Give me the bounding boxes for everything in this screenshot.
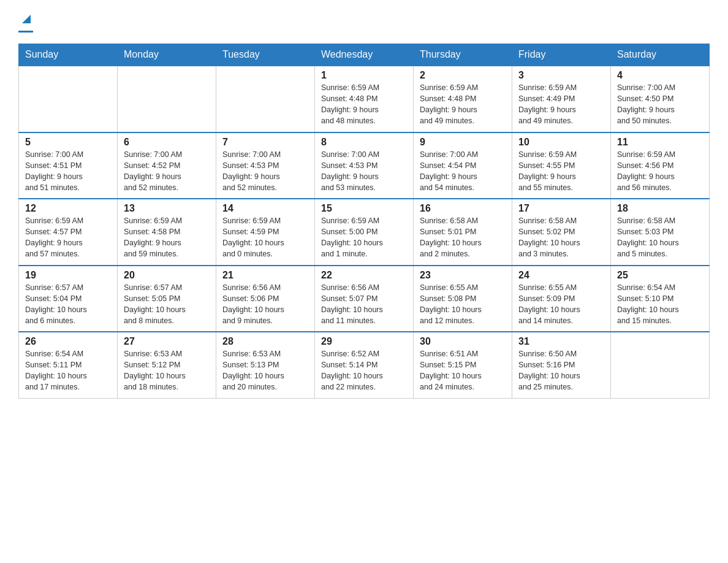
calendar-cell: 4Sunrise: 7:00 AMSunset: 4:50 PMDaylight… <box>611 66 710 132</box>
calendar-cell: 26Sunrise: 6:54 AMSunset: 5:11 PMDayligh… <box>19 332 118 398</box>
day-number: 30 <box>420 336 506 347</box>
day-number: 28 <box>222 336 308 347</box>
day-number: 3 <box>518 70 604 81</box>
calendar-cell: 21Sunrise: 6:56 AMSunset: 5:06 PMDayligh… <box>216 266 315 332</box>
week-row-5: 26Sunrise: 6:54 AMSunset: 5:11 PMDayligh… <box>19 332 710 398</box>
calendar-cell <box>216 66 315 132</box>
day-info: Sunrise: 6:56 AMSunset: 5:07 PMDaylight:… <box>321 282 407 327</box>
calendar-cell: 22Sunrise: 6:56 AMSunset: 5:07 PMDayligh… <box>315 266 414 332</box>
day-number: 25 <box>617 270 703 281</box>
day-info: Sunrise: 6:56 AMSunset: 5:06 PMDaylight:… <box>222 282 308 327</box>
calendar-cell: 31Sunrise: 6:50 AMSunset: 5:16 PMDayligh… <box>512 332 611 398</box>
day-info: Sunrise: 6:59 AMSunset: 5:00 PMDaylight:… <box>321 215 407 260</box>
day-number: 18 <box>617 203 703 214</box>
logo <box>18 12 33 33</box>
calendar-cell: 9Sunrise: 7:00 AMSunset: 4:54 PMDaylight… <box>414 132 512 199</box>
day-info: Sunrise: 7:00 AMSunset: 4:52 PMDaylight:… <box>124 149 210 194</box>
day-info: Sunrise: 6:52 AMSunset: 5:14 PMDaylight:… <box>321 348 407 393</box>
day-number: 12 <box>25 203 111 214</box>
day-number: 6 <box>124 137 210 148</box>
day-info: Sunrise: 6:58 AMSunset: 5:02 PMDaylight:… <box>518 215 604 260</box>
column-header-friday: Friday <box>512 44 611 66</box>
day-number: 16 <box>420 203 506 214</box>
logo-arrow-icon <box>20 12 33 28</box>
day-info: Sunrise: 7:00 AMSunset: 4:53 PMDaylight:… <box>222 149 308 194</box>
day-info: Sunrise: 7:00 AMSunset: 4:51 PMDaylight:… <box>25 149 111 194</box>
calendar-cell: 2Sunrise: 6:59 AMSunset: 4:48 PMDaylight… <box>414 66 512 132</box>
column-header-tuesday: Tuesday <box>216 44 315 66</box>
day-info: Sunrise: 6:59 AMSunset: 4:56 PMDaylight:… <box>617 149 703 194</box>
day-number: 9 <box>420 137 506 148</box>
calendar-cell: 3Sunrise: 6:59 AMSunset: 4:49 PMDaylight… <box>512 66 611 132</box>
calendar-cell: 11Sunrise: 6:59 AMSunset: 4:56 PMDayligh… <box>611 132 710 199</box>
calendar-cell: 12Sunrise: 6:59 AMSunset: 4:57 PMDayligh… <box>19 199 118 266</box>
day-number: 23 <box>420 270 506 281</box>
day-number: 15 <box>321 203 407 214</box>
day-number: 5 <box>25 137 111 148</box>
calendar-cell: 28Sunrise: 6:53 AMSunset: 5:13 PMDayligh… <box>216 332 315 398</box>
day-info: Sunrise: 6:59 AMSunset: 4:55 PMDaylight:… <box>518 149 604 194</box>
week-row-2: 5Sunrise: 7:00 AMSunset: 4:51 PMDaylight… <box>19 132 710 199</box>
day-info: Sunrise: 6:59 AMSunset: 4:59 PMDaylight:… <box>222 215 308 260</box>
calendar-cell: 5Sunrise: 7:00 AMSunset: 4:51 PMDaylight… <box>19 132 118 199</box>
calendar-cell: 30Sunrise: 6:51 AMSunset: 5:15 PMDayligh… <box>414 332 512 398</box>
day-info: Sunrise: 6:59 AMSunset: 4:48 PMDaylight:… <box>420 82 506 127</box>
calendar-cell <box>19 66 118 132</box>
calendar-cell: 10Sunrise: 6:59 AMSunset: 4:55 PMDayligh… <box>512 132 611 199</box>
calendar-cell: 19Sunrise: 6:57 AMSunset: 5:04 PMDayligh… <box>19 266 118 332</box>
day-number: 14 <box>222 203 308 214</box>
calendar-cell: 24Sunrise: 6:55 AMSunset: 5:09 PMDayligh… <box>512 266 611 332</box>
day-info: Sunrise: 7:00 AMSunset: 4:50 PMDaylight:… <box>617 82 703 127</box>
day-info: Sunrise: 6:50 AMSunset: 5:16 PMDaylight:… <box>518 348 604 393</box>
column-header-monday: Monday <box>118 44 216 66</box>
day-number: 22 <box>321 270 407 281</box>
day-number: 26 <box>25 336 111 347</box>
day-info: Sunrise: 6:58 AMSunset: 5:03 PMDaylight:… <box>617 215 703 260</box>
day-number: 20 <box>124 270 210 281</box>
day-number: 11 <box>617 137 703 148</box>
calendar-cell: 1Sunrise: 6:59 AMSunset: 4:48 PMDaylight… <box>315 66 414 132</box>
calendar-cell: 14Sunrise: 6:59 AMSunset: 4:59 PMDayligh… <box>216 199 315 266</box>
calendar-table: SundayMondayTuesdayWednesdayThursdayFrid… <box>18 44 710 399</box>
week-row-4: 19Sunrise: 6:57 AMSunset: 5:04 PMDayligh… <box>19 266 710 332</box>
calendar-cell <box>611 332 710 398</box>
day-number: 7 <box>222 137 308 148</box>
calendar-cell <box>118 66 216 132</box>
day-info: Sunrise: 6:54 AMSunset: 5:10 PMDaylight:… <box>617 282 703 327</box>
calendar-cell: 8Sunrise: 7:00 AMSunset: 4:53 PMDaylight… <box>315 132 414 199</box>
column-header-sunday: Sunday <box>19 44 118 66</box>
day-number: 17 <box>518 203 604 214</box>
day-number: 31 <box>518 336 604 347</box>
day-info: Sunrise: 6:57 AMSunset: 5:04 PMDaylight:… <box>25 282 111 327</box>
day-number: 27 <box>124 336 210 347</box>
day-number: 21 <box>222 270 308 281</box>
calendar-cell: 29Sunrise: 6:52 AMSunset: 5:14 PMDayligh… <box>315 332 414 398</box>
day-number: 1 <box>321 70 407 81</box>
calendar-cell: 13Sunrise: 6:59 AMSunset: 4:58 PMDayligh… <box>118 199 216 266</box>
column-header-wednesday: Wednesday <box>315 44 414 66</box>
column-header-saturday: Saturday <box>611 44 710 66</box>
day-info: Sunrise: 6:59 AMSunset: 4:57 PMDaylight:… <box>25 215 111 260</box>
day-info: Sunrise: 6:59 AMSunset: 4:48 PMDaylight:… <box>321 82 407 127</box>
day-info: Sunrise: 7:00 AMSunset: 4:53 PMDaylight:… <box>321 149 407 194</box>
day-info: Sunrise: 6:55 AMSunset: 5:08 PMDaylight:… <box>420 282 506 327</box>
column-header-thursday: Thursday <box>414 44 512 66</box>
day-info: Sunrise: 6:54 AMSunset: 5:11 PMDaylight:… <box>25 348 111 393</box>
day-info: Sunrise: 6:58 AMSunset: 5:01 PMDaylight:… <box>420 215 506 260</box>
day-info: Sunrise: 6:53 AMSunset: 5:13 PMDaylight:… <box>222 348 308 393</box>
calendar-cell: 25Sunrise: 6:54 AMSunset: 5:10 PMDayligh… <box>611 266 710 332</box>
day-number: 29 <box>321 336 407 347</box>
calendar-cell: 15Sunrise: 6:59 AMSunset: 5:00 PMDayligh… <box>315 199 414 266</box>
week-row-1: 1Sunrise: 6:59 AMSunset: 4:48 PMDaylight… <box>19 66 710 132</box>
day-number: 2 <box>420 70 506 81</box>
day-info: Sunrise: 6:59 AMSunset: 4:49 PMDaylight:… <box>518 82 604 127</box>
day-number: 4 <box>617 70 703 81</box>
calendar-cell: 6Sunrise: 7:00 AMSunset: 4:52 PMDaylight… <box>118 132 216 199</box>
day-number: 8 <box>321 137 407 148</box>
day-info: Sunrise: 6:51 AMSunset: 5:15 PMDaylight:… <box>420 348 506 393</box>
day-info: Sunrise: 6:57 AMSunset: 5:05 PMDaylight:… <box>124 282 210 327</box>
day-info: Sunrise: 6:59 AMSunset: 4:58 PMDaylight:… <box>124 215 210 260</box>
calendar-cell: 16Sunrise: 6:58 AMSunset: 5:01 PMDayligh… <box>414 199 512 266</box>
calendar-cell: 27Sunrise: 6:53 AMSunset: 5:12 PMDayligh… <box>118 332 216 398</box>
day-info: Sunrise: 6:53 AMSunset: 5:12 PMDaylight:… <box>124 348 210 393</box>
